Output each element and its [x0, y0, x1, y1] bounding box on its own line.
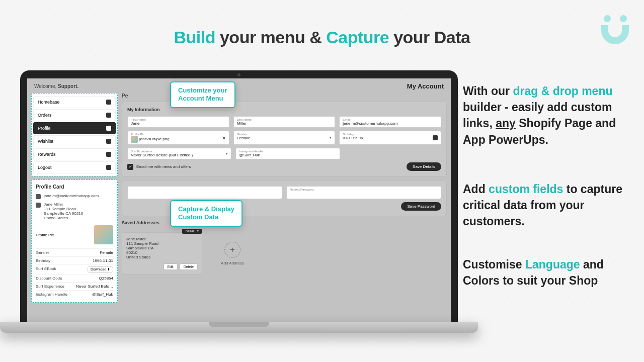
welcome-text: Welcome, Support. — [34, 83, 78, 89]
first-name-field[interactable]: First Name:Jane — [127, 116, 229, 128]
hero-build: Build — [174, 28, 215, 47]
profile-card: Profile Card jane.m@customerhubapp.com J… — [31, 179, 118, 303]
surf-experience-field[interactable]: Surf ExperienceNever Surfed Before (But … — [127, 148, 231, 159]
add-address-button[interactable]: + Add Address — [207, 232, 258, 275]
user-icon — [106, 100, 111, 105]
email-field[interactable]: Email:jane.m@customerhubapp.com — [339, 116, 441, 128]
menu-profile[interactable]: Profile — [33, 122, 116, 134]
benefit-1: With our drag & drop menu builder - easi… — [463, 83, 629, 148]
page-title: Build your menu & Capture your Data — [0, 28, 644, 47]
star-icon — [106, 139, 111, 144]
menu-wishlist[interactable]: Wishlist — [33, 135, 116, 147]
save-password-button[interactable]: Save Password — [401, 202, 441, 211]
download-button[interactable]: Download ⬇ — [88, 266, 113, 273]
gender-field[interactable]: GenderFemale▾ — [233, 131, 336, 145]
menu-logout[interactable]: Logout — [33, 161, 116, 173]
last-name-field[interactable]: Last Name:Miller — [233, 116, 336, 128]
profile-pic-field[interactable]: Profile Pic:jane-surf-pic.png✕ — [127, 131, 229, 145]
account-heading: My Account — [407, 82, 444, 90]
save-details-button[interactable]: Save Details — [407, 162, 441, 171]
plus-icon: + — [224, 242, 240, 258]
my-information-section: My Information First Name:Jane Last Name… — [122, 102, 447, 176]
password-field[interactable] — [127, 186, 282, 199]
menu-orders[interactable]: Orders — [33, 109, 116, 121]
menu-label: Wishlist — [38, 139, 53, 144]
menu-label: Orders — [38, 113, 52, 118]
instagram-field[interactable]: Instagram Handle@Surf_Hub — [235, 148, 340, 159]
section-title: My Information — [127, 107, 441, 112]
callout-menu: Customize yourAccount Menu — [170, 81, 235, 108]
callout-data: Capture & DisplayCustom Data — [170, 200, 243, 227]
chevron-down-icon: ▾ — [330, 136, 332, 140]
add-address-label: Add Address — [221, 261, 244, 265]
account-menu: Homebase Orders Profile Wishlist Rewards… — [31, 93, 118, 176]
profile-email: jane.m@customerhubapp.com — [44, 194, 99, 198]
profile-card-title: Profile Card — [36, 184, 113, 190]
address-card: DEFAULT Jane Miller 111 Sample Road Samp… — [122, 232, 202, 275]
default-badge: DEFAULT — [182, 229, 202, 234]
menu-rewards[interactable]: Rewards — [33, 148, 116, 160]
email-optin-checkbox[interactable]: ✓ — [127, 164, 133, 170]
profile-address: Jane Miller 111 Sample Road Sampleville … — [44, 202, 83, 220]
brand-logo — [601, 15, 629, 50]
saved-addresses-section: Saved Addresses DEFAULT Jane Miller 111 … — [122, 220, 447, 275]
menu-homebase[interactable]: Homebase — [33, 96, 116, 108]
menu-label: Profile — [38, 126, 51, 131]
profile-pic-label: Profile Pic — [36, 233, 54, 237]
repeat-password-field[interactable]: Repeat Password: — [286, 186, 441, 199]
pin-icon — [36, 203, 41, 208]
avatar — [94, 225, 113, 244]
chevron-down-icon: ▾ — [226, 152, 228, 156]
menu-label: Rewards — [38, 152, 56, 157]
delete-address-button[interactable]: Delete — [180, 263, 198, 270]
edit-address-button[interactable]: Edit — [164, 263, 178, 270]
bulb-icon — [106, 152, 111, 157]
menu-label: Homebase — [38, 100, 60, 105]
logout-icon — [106, 165, 111, 170]
hero-capture: Capture — [326, 28, 389, 47]
user-icon — [106, 126, 111, 131]
benefit-2: Add custom fields to capture critical da… — [463, 181, 629, 230]
birthday-field[interactable]: Birthday01/11/1996 — [339, 131, 441, 145]
clear-icon[interactable]: ✕ — [222, 135, 226, 141]
avatar-thumb-icon — [131, 136, 138, 143]
benefit-3: Customise Language and Colors to suit yo… — [463, 256, 629, 289]
email-optin-label: Email me with news and offers — [136, 164, 191, 169]
menu-label: Logout — [38, 165, 52, 170]
cart-icon — [106, 113, 111, 118]
email-icon — [36, 194, 41, 199]
calendar-icon — [433, 135, 438, 140]
